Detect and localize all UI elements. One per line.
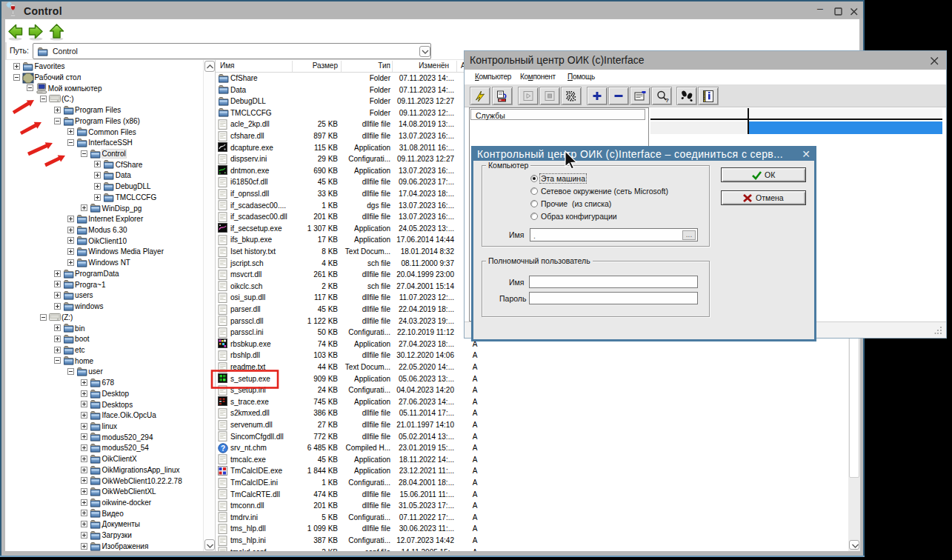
svg-text:?: ? — [221, 444, 225, 452]
svg-text:?: ? — [665, 97, 669, 104]
